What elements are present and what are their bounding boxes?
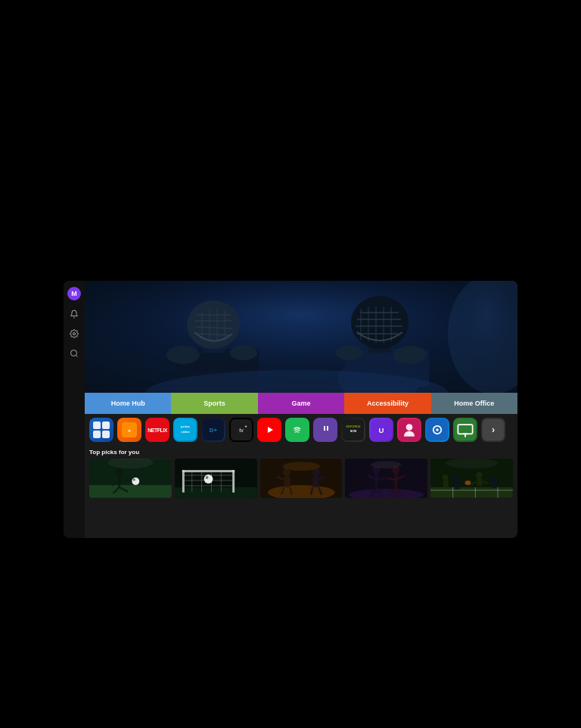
svg-rect-79 [175,487,257,498]
svg-point-136 [465,481,471,485]
tab-home-hub[interactable]: Home Hub [85,393,171,414]
sidebar: M [64,281,85,538]
app-twitch[interactable] [313,418,337,442]
svg-text:›: › [492,425,495,435]
tab-accessibility[interactable]: Accessibility [344,393,430,414]
hero-image [85,281,517,393]
tv-screen: M [64,281,517,538]
app-prime-video[interactable]: prime video [173,418,197,442]
pick-item-2[interactable] [175,459,257,498]
svg-rect-95 [284,476,290,487]
app-apple-tv[interactable]: tv + [229,418,253,442]
svg-point-1 [71,350,77,356]
svg-text:+: + [128,428,131,434]
app-samsung-apps[interactable] [89,418,113,442]
app-geforce-now[interactable]: GEFORCE NOW [341,418,365,442]
settings-icon[interactable] [68,328,80,340]
app-disney-plus[interactable]: D+ [201,418,225,442]
hero-banner [85,281,517,393]
svg-text:NOW: NOW [350,430,357,433]
main-content: Home Hub Sports Game Accessibility Home … [85,281,517,538]
svg-point-60 [436,428,439,431]
app-more[interactable]: › [481,418,505,442]
svg-rect-127 [443,481,449,488]
svg-rect-82 [232,470,235,493]
svg-rect-81 [182,470,235,472]
svg-rect-100 [312,476,318,487]
app-screen-share[interactable] [453,418,477,442]
svg-rect-135 [492,481,497,488]
svg-point-128 [454,476,460,482]
svg-text:D+: D+ [210,427,218,434]
svg-point-91 [205,476,208,479]
svg-point-126 [443,474,449,481]
app-game-avatar[interactable] [397,418,421,442]
svg-point-16 [166,346,200,364]
app-youtube[interactable] [257,418,281,442]
user-avatar[interactable]: M [67,287,81,300]
svg-rect-131 [477,478,483,486]
svg-line-115 [387,478,396,480]
pick-item-1[interactable] [89,459,172,498]
app-utomik[interactable]: U [369,418,393,442]
svg-text:U: U [379,426,384,434]
svg-point-17 [230,345,257,360]
svg-point-130 [477,472,483,478]
top-picks-section: Top picks for you [85,446,517,538]
svg-point-90 [204,474,213,484]
svg-point-104 [282,462,319,471]
svg-rect-121 [430,487,513,498]
svg-rect-80 [182,470,185,493]
svg-text:+: + [245,424,247,428]
svg-point-57 [406,424,413,431]
app-samsung-tv[interactable]: + [117,418,141,442]
svg-point-0 [73,333,76,335]
tab-home-office[interactable]: Home Office [431,393,517,414]
pick-item-5[interactable] [430,459,513,498]
svg-point-119 [371,461,402,468]
app-smartthings[interactable] [425,418,449,442]
svg-text:GEFORCE: GEFORCE [346,425,361,428]
app-row: + NETFLIX prime video D+ [85,414,517,446]
svg-rect-68 [89,485,172,498]
top-picks-label: Top picks for you [89,449,513,456]
svg-point-76 [133,478,135,481]
tab-game[interactable]: Game [258,393,344,414]
pick-item-4[interactable] [345,459,427,498]
svg-point-69 [116,468,123,476]
svg-text:prime: prime [181,425,190,428]
app-netflix[interactable]: NETFLIX [145,418,169,442]
svg-point-32 [393,346,427,364]
svg-point-134 [491,474,497,481]
search-icon[interactable] [68,347,80,359]
svg-point-75 [132,478,139,485]
svg-point-31 [336,345,363,360]
notifications-icon[interactable] [68,308,80,320]
svg-line-110 [377,478,387,480]
tab-sports[interactable]: Sports [171,393,257,414]
app-spotify[interactable] [285,418,309,442]
svg-rect-49 [324,426,325,431]
svg-rect-50 [327,426,328,431]
picks-row [89,459,513,498]
svg-text:video: video [181,430,190,434]
nav-tabs: Home Hub Sports Game Accessibility Home … [85,393,517,414]
svg-rect-129 [455,482,460,490]
svg-text:tv: tv [239,428,244,433]
pick-item-3[interactable] [260,459,343,498]
